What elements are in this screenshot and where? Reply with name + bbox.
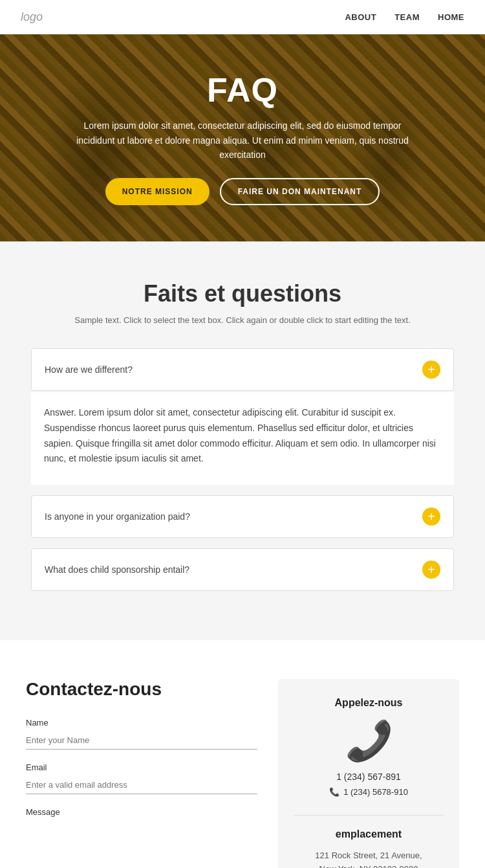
faq-toggle-icon-1[interactable]: + — [422, 361, 440, 379]
hero-buttons: NOTRE Mission FAIRE UN DON MAINTENANT — [74, 178, 411, 205]
hero-title: FAQ — [74, 71, 411, 109]
name-form-group: Name — [26, 718, 257, 750]
divider-1 — [294, 815, 444, 816]
name-label: Name — [26, 718, 257, 728]
faq-item-1: How are we different? + — [31, 348, 454, 391]
contact-heading: Contactez-nous — [26, 679, 257, 700]
location-block: emplacement 121 Rock Street, 21 Avenue,N… — [294, 829, 444, 868]
email-form-group: Email — [26, 762, 257, 794]
faq-question-text-2: Is anyone in your organization paid? — [45, 511, 190, 522]
email-input[interactable] — [26, 776, 257, 794]
hero-content: FAQ Lorem ipsum dolor sit amet, consecte… — [36, 71, 449, 205]
faq-item-2: Is anyone in your organization paid? + — [31, 495, 454, 538]
faq-answer-1: Answer. Lorem ipsum dolor sit amet, cons… — [31, 392, 454, 485]
contact-info-col: Appelez-nous 📞 1 (234) 567-891 📞 1 (234)… — [278, 679, 459, 868]
message-textarea[interactable] — [26, 821, 257, 868]
message-label: Message — [26, 807, 257, 817]
faq-question-row-3[interactable]: What does child sponsorship entail? + — [32, 549, 453, 590]
navbar: logo ABOUT TEAM HOME — [0, 0, 485, 34]
faire-don-button[interactable]: FAIRE UN DON MAINTENANT — [220, 178, 380, 205]
nav-team[interactable]: TEAM — [394, 12, 420, 22]
contact-section: Contactez-nous Name Email Message SOUMET… — [0, 640, 485, 868]
notre-mission-button[interactable]: NOTRE Mission — [105, 178, 210, 205]
faq-question-text-1: How are we different? — [45, 364, 133, 375]
faq-section: Faits et questions Sample text. Click to… — [0, 241, 485, 640]
phone-number-secondary: 📞 1 (234) 5678-910 — [294, 787, 444, 797]
faq-toggle-icon-3[interactable]: + — [422, 561, 440, 579]
nav-about[interactable]: ABOUT — [345, 12, 376, 22]
call-block: Appelez-nous 📞 1 (234) 567-891 📞 1 (234)… — [294, 697, 444, 797]
faq-question-row-1[interactable]: How are we different? + — [32, 349, 453, 390]
faq-subtext: Sample text. Click to select the text bo… — [31, 315, 454, 325]
faq-question-text-3: What does child sponsorship entail? — [45, 564, 189, 575]
email-label: Email — [26, 762, 257, 772]
contact-form-col: Contactez-nous Name Email Message SOUMET… — [26, 679, 257, 868]
faq-heading: Faits et questions — [31, 280, 454, 307]
phone-secondary-text: 1 (234) 5678-910 — [343, 787, 408, 797]
nav-home[interactable]: HOME — [438, 12, 464, 22]
phone-number-main: 1 (234) 567-891 — [294, 772, 444, 782]
phone-icon-large: 📞 — [294, 718, 444, 764]
location-title: emplacement — [294, 829, 444, 840]
faq-toggle-icon-2[interactable]: + — [422, 507, 440, 526]
phone-icon-small: 📞 — [329, 787, 339, 797]
logo: logo — [21, 10, 43, 24]
call-title: Appelez-nous — [294, 697, 444, 709]
hero-section: FAQ Lorem ipsum dolor sit amet, consecte… — [0, 34, 485, 241]
faq-question-row-2[interactable]: Is anyone in your organization paid? + — [32, 496, 453, 537]
message-form-group: Message — [26, 807, 257, 868]
hero-subtitle: Lorem ipsum dolor sit amet, consectetur … — [74, 118, 411, 162]
location-text: 121 Rock Street, 21 Avenue,New York, NY … — [294, 849, 444, 868]
name-input[interactable] — [26, 731, 257, 750]
nav-links: ABOUT TEAM HOME — [345, 12, 464, 22]
faq-item-3: What does child sponsorship entail? + — [31, 548, 454, 591]
